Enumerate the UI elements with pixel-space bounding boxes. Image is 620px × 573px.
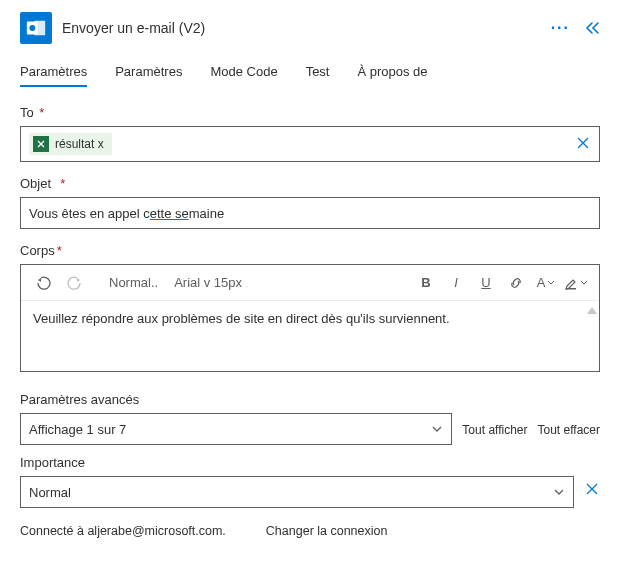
chevron-down-icon [431,423,443,435]
importance-row: Importance Normal [20,455,600,508]
clear-to-icon[interactable] [575,135,591,154]
connection-row: Connecté à aljerabe@microsoft.com. Chang… [20,524,600,538]
chevron-down-icon [553,486,565,498]
bold-icon[interactable]: B [411,269,441,297]
importance-value: Normal [29,485,553,500]
body-text: Veuillez répondre aux problèmes de site … [33,311,450,326]
field-subject: Objet * Vous êtes en appel cette semaine [20,176,600,229]
advanced-label: Paramètres avancés [20,392,452,407]
underline-icon[interactable]: U [471,269,501,297]
to-token-text: résultat x [55,137,104,151]
connection-status: Connecté à aljerabe@microsoft.com. [20,524,226,538]
svg-rect-1 [34,21,45,36]
field-body: Corps* Normal.. Arial v 15px B I U A Veu… [20,243,600,372]
clear-all-link[interactable]: Tout effacer [538,423,600,445]
subject-value: Vous êtes en appel cette semaine [29,206,591,221]
tab-parametres[interactable]: Paramètres [20,64,87,87]
advanced-value: Affichage 1 sur 7 [29,422,431,437]
subject-label: Objet * [20,176,600,191]
body-label: Corps* [20,243,600,258]
to-input[interactable]: résultat x [20,126,600,162]
format-style-select[interactable]: Normal.. [101,275,166,290]
font-color-icon[interactable]: A [531,269,561,297]
undo-icon[interactable] [29,269,59,297]
tab-about[interactable]: À propos de [357,64,427,87]
body-textarea[interactable]: Veuillez répondre aux problèmes de site … [21,301,599,371]
show-all-link[interactable]: Tout afficher [462,423,527,445]
format-font-select[interactable]: Arial v 15px [166,275,250,290]
rte-toolbar: Normal.. Arial v 15px B I U A [21,265,599,301]
action-card: Envoyer un e-mail (V2) ··· Paramètres Pa… [0,0,620,554]
collapse-icon[interactable] [584,20,600,36]
to-token[interactable]: résultat x [29,133,112,155]
remove-importance-icon[interactable] [584,481,600,508]
tab-bar: Paramètres Paramètres Mode Code Test À p… [20,64,600,87]
card-header: Envoyer un e-mail (V2) ··· [20,12,600,64]
subject-input[interactable]: Vous êtes en appel cette semaine [20,197,600,229]
italic-icon[interactable]: I [441,269,471,297]
advanced-select[interactable]: Affichage 1 sur 7 [20,413,452,445]
field-to: To * résultat x [20,105,600,162]
excel-icon [33,136,49,152]
importance-label: Importance [20,455,574,470]
importance-select[interactable]: Normal [20,476,574,508]
more-menu-icon[interactable]: ··· [551,19,570,37]
card-title: Envoyer un e-mail (V2) [62,20,541,36]
tab-code-mode[interactable]: Mode Code [210,64,277,87]
svg-rect-4 [566,288,576,290]
rich-text-editor: Normal.. Arial v 15px B I U A Veuillez r… [20,264,600,372]
change-connection-link[interactable]: Changer la connexion [266,524,388,538]
scroll-up-icon[interactable] [587,307,597,314]
svg-point-2 [29,25,35,31]
outlook-icon [20,12,52,44]
tab-parametres-2[interactable]: Paramètres [115,64,182,87]
advanced-row: Paramètres avancés Affichage 1 sur 7 Tou… [20,392,600,445]
link-icon[interactable] [501,269,531,297]
tab-test[interactable]: Test [306,64,330,87]
to-label: To * [20,105,600,120]
highlight-icon[interactable] [561,269,591,297]
redo-icon[interactable] [59,269,89,297]
